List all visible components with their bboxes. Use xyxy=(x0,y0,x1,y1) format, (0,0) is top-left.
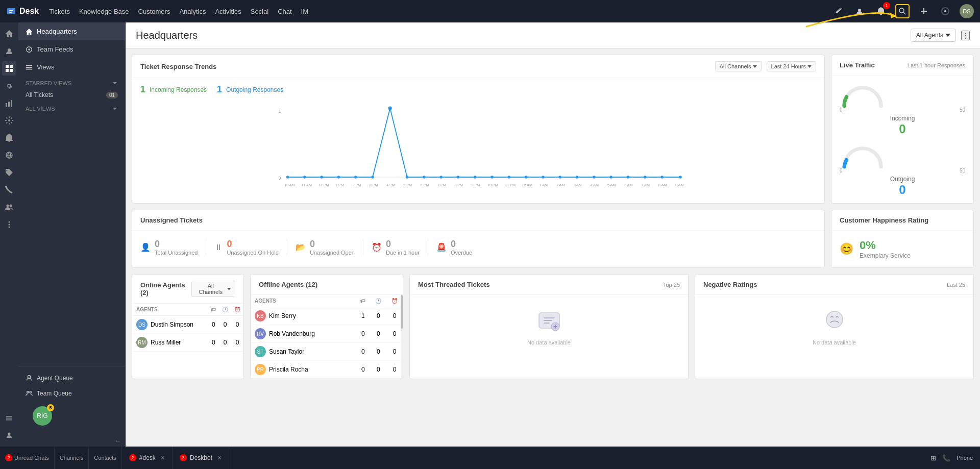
svg-point-42 xyxy=(337,176,340,178)
nav-item-headquarters[interactable]: Headquarters xyxy=(18,22,125,40)
nav-all-tickets[interactable]: All Tickets 01 xyxy=(18,88,125,102)
agent-avatar-rv: RV xyxy=(255,328,266,339)
unread-chats-label: Unread Chats xyxy=(14,455,49,461)
unassigned-open-stat: 📂 0 Unassigned Open xyxy=(287,239,363,256)
deskbot-tab[interactable]: 3 Deskbot × xyxy=(173,447,229,469)
all-channels-filter[interactable]: All Channels xyxy=(715,61,762,71)
chart-legend: 1 Incoming Responses 1 Outgoing Response… xyxy=(140,84,816,95)
incoming-gauge-group: 0 50 Incoming 0 xyxy=(840,82,965,136)
more-options-button[interactable]: ⋮ xyxy=(961,31,970,40)
desk-tab-label: #desk xyxy=(139,454,156,461)
svg-rect-12 xyxy=(10,69,13,72)
contacts-tab[interactable]: Contacts xyxy=(89,447,121,469)
desk-tab-close[interactable]: × xyxy=(161,454,165,462)
sidebar-icon-alerts[interactable] xyxy=(2,131,16,145)
settings-button[interactable] xyxy=(938,4,952,18)
table-row: RV Rob Vandenburg 0 0 0 xyxy=(251,325,403,343)
compose-button[interactable] xyxy=(831,4,845,18)
nav-activities[interactable]: Activities xyxy=(215,8,241,15)
sidebar-icon-globe[interactable] xyxy=(2,148,16,162)
svg-line-5 xyxy=(903,12,905,14)
unread-chats-indicator[interactable]: 2 Unread Chats xyxy=(0,447,55,469)
sidebar-icon-team[interactable] xyxy=(2,428,16,442)
svg-point-41 xyxy=(320,176,323,178)
collapse-toggle[interactable]: ← xyxy=(18,435,125,447)
sidebar-icon-mentions[interactable] xyxy=(2,79,16,93)
deskbot-tab-close[interactable]: × xyxy=(217,454,222,462)
online-agents-title: Online Agents (2) xyxy=(140,281,191,297)
sidebar-icon-dots[interactable] xyxy=(2,217,16,232)
sidebar-icon-home[interactable] xyxy=(2,27,16,41)
nav-item-views[interactable]: Views xyxy=(18,58,125,76)
svg-point-56 xyxy=(576,176,578,178)
svg-rect-25 xyxy=(6,418,12,419)
sidebar-icon-people[interactable] xyxy=(2,200,16,214)
svg-point-48 xyxy=(439,176,442,178)
nav-tickets[interactable]: Tickets xyxy=(49,8,70,15)
nav-chat[interactable]: Chat xyxy=(278,8,291,15)
svg-point-60 xyxy=(644,176,646,178)
all-agents-button[interactable]: All Agents xyxy=(911,29,956,42)
scroll-indicator[interactable] xyxy=(401,295,403,379)
svg-rect-15 xyxy=(8,102,10,107)
svg-text:11 PM: 11 PM xyxy=(505,183,516,187)
online-all-channels-filter[interactable]: All Channels xyxy=(191,281,235,297)
sidebar-icon-reports[interactable] xyxy=(2,96,16,110)
svg-point-29 xyxy=(28,48,30,51)
kim-col1: 1 xyxy=(356,307,371,325)
app-logo[interactable]: Desk xyxy=(6,6,39,16)
svg-point-53 xyxy=(525,176,527,178)
agent-name-russ: RM Russ Miller xyxy=(136,337,206,348)
offline-agents-scroll-wrap: AGENTS 🏷 🕐 ⏰ KB xyxy=(251,295,403,379)
nav-im[interactable]: IM xyxy=(301,8,308,15)
unassigned-open-label: Unassigned Open xyxy=(310,250,355,256)
due-1h-stat: ⏰ 0 Due in 1 hour xyxy=(363,239,428,256)
sidebar-icon-agent-queue[interactable] xyxy=(2,411,16,425)
search-button[interactable] xyxy=(895,4,910,18)
agent-button[interactable] xyxy=(852,4,867,18)
svg-point-50 xyxy=(474,176,476,178)
user-avatar-bottom[interactable]: RIG 5 xyxy=(33,406,52,426)
due-1h-label: Due in 1 hour xyxy=(386,250,420,256)
svg-text:10 PM: 10 PM xyxy=(487,183,498,187)
add-button[interactable] xyxy=(917,4,931,18)
top-nav-right: 1 DS xyxy=(831,4,974,18)
phone-icon[interactable]: 📞 xyxy=(942,454,950,462)
nav-agent-queue[interactable]: Agent Queue xyxy=(18,371,125,386)
incoming-label: Incoming Responses xyxy=(150,86,207,93)
table-row: PR Priscila Rocha 0 0 0 xyxy=(251,361,403,379)
dashboard-grid: Ticket Response Trends All Channels Last… xyxy=(126,48,980,385)
sidebar-icon-contacts[interactable] xyxy=(2,44,16,58)
online-agents-tbody: DS Dustin Simpson 0 0 0 xyxy=(132,316,243,352)
nav-customers[interactable]: Customers xyxy=(138,8,170,15)
user-avatar[interactable]: DS xyxy=(960,4,974,18)
sidebar-icon-tag[interactable] xyxy=(2,165,16,180)
grid-icon[interactable]: ⊞ xyxy=(930,454,936,462)
nav-item-team-feeds[interactable]: Team Feeds xyxy=(18,40,125,58)
negative-empty-icon xyxy=(819,305,850,336)
nav-analytics[interactable]: Analytics xyxy=(179,8,206,15)
desk-badge: 2 xyxy=(129,454,136,461)
offline-agents-table: AGENTS 🏷 🕐 ⏰ KB xyxy=(251,295,403,379)
negative-last-label: Last 25 xyxy=(947,282,965,288)
more-options-icon: ⋮ xyxy=(962,32,969,39)
incoming-gauge-min: 0 xyxy=(840,107,843,113)
sidebar-icon-phone[interactable] xyxy=(2,183,16,197)
notification-button[interactable]: 1 xyxy=(874,4,888,18)
desk-tab[interactable]: 2 #desk × xyxy=(122,447,173,469)
nav-social[interactable]: Social xyxy=(251,8,268,15)
agent-avatar-st: ST xyxy=(255,346,266,357)
nav-knowledge[interactable]: Knowledge Base xyxy=(79,8,129,15)
threaded-title: Most Threaded Tickets xyxy=(418,281,490,288)
online-channels-label: All Channels xyxy=(196,283,226,295)
top-nav: Desk Tickets Knowledge Base Customers An… xyxy=(0,0,980,22)
content-area: Headquarters All Agents ⋮ Ticket Respons… xyxy=(126,22,980,447)
kim-col2: 0 xyxy=(371,307,387,325)
sidebar-icon-dashboard[interactable] xyxy=(2,61,16,76)
total-unassigned-value: 0 xyxy=(155,239,198,250)
svg-text:4 PM: 4 PM xyxy=(386,183,395,187)
sidebar-icon-settings2[interactable] xyxy=(2,113,16,128)
nav-team-queue[interactable]: Team Queue xyxy=(18,386,125,401)
last-24h-filter[interactable]: Last 24 Hours xyxy=(767,61,816,71)
channels-tab[interactable]: Channels xyxy=(55,447,89,469)
